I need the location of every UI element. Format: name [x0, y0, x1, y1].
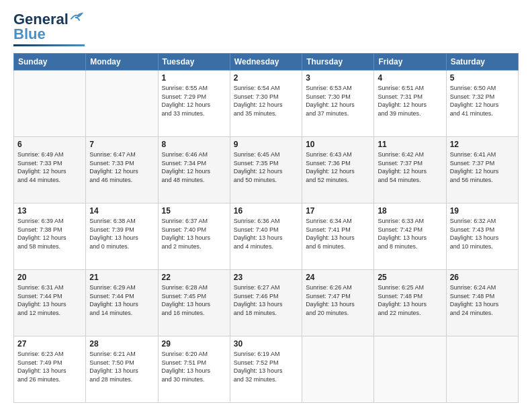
day-number: 26 [450, 273, 515, 282]
day-number: 25 [378, 273, 442, 282]
calendar-cell: 14Sunrise: 6:38 AM Sunset: 7:39 PM Dayli… [86, 203, 158, 270]
day-info: Sunrise: 6:21 AM Sunset: 7:50 PM Dayligh… [89, 350, 154, 383]
calendar-cell: 12Sunrise: 6:41 AM Sunset: 7:37 PM Dayli… [446, 137, 518, 203]
week-row-5: 27Sunrise: 6:23 AM Sunset: 7:49 PM Dayli… [14, 336, 519, 403]
calendar-cell [446, 336, 518, 403]
weekday-header-row: SundayMondayTuesdayWednesdayThursdayFrid… [14, 54, 519, 71]
weekday-header-tuesday: Tuesday [158, 54, 230, 71]
calendar-cell [86, 71, 158, 137]
day-number: 13 [17, 206, 82, 216]
day-info: Sunrise: 6:26 AM Sunset: 7:47 PM Dayligh… [306, 283, 370, 317]
calendar-cell: 22Sunrise: 6:28 AM Sunset: 7:45 PM Dayli… [158, 270, 230, 336]
day-number: 29 [162, 339, 226, 349]
day-number: 16 [234, 206, 298, 216]
day-number: 10 [306, 140, 370, 149]
day-number: 18 [378, 206, 442, 216]
day-number: 2 [234, 73, 298, 83]
week-row-4: 20Sunrise: 6:31 AM Sunset: 7:44 PM Dayli… [14, 270, 519, 336]
day-info: Sunrise: 6:43 AM Sunset: 7:36 PM Dayligh… [306, 150, 370, 184]
day-info: Sunrise: 6:34 AM Sunset: 7:41 PM Dayligh… [306, 217, 370, 250]
day-number: 21 [89, 273, 154, 282]
day-number: 17 [306, 206, 370, 216]
calendar-cell: 27Sunrise: 6:23 AM Sunset: 7:49 PM Dayli… [14, 336, 86, 403]
logo-underline [13, 44, 85, 46]
calendar-cell: 8Sunrise: 6:46 AM Sunset: 7:34 PM Daylig… [158, 137, 230, 203]
week-row-2: 6Sunrise: 6:49 AM Sunset: 7:33 PM Daylig… [14, 137, 519, 203]
day-info: Sunrise: 6:32 AM Sunset: 7:43 PM Dayligh… [450, 217, 515, 250]
day-info: Sunrise: 6:54 AM Sunset: 7:30 PM Dayligh… [234, 84, 298, 118]
day-info: Sunrise: 6:39 AM Sunset: 7:38 PM Dayligh… [17, 217, 82, 250]
day-number: 23 [234, 273, 298, 282]
calendar-cell: 17Sunrise: 6:34 AM Sunset: 7:41 PM Dayli… [302, 203, 374, 270]
day-number: 14 [89, 206, 154, 216]
logo-bird-icon [70, 12, 85, 24]
day-info: Sunrise: 6:51 AM Sunset: 7:31 PM Dayligh… [378, 84, 442, 118]
calendar-cell: 24Sunrise: 6:26 AM Sunset: 7:47 PM Dayli… [302, 270, 374, 336]
day-number: 9 [234, 140, 298, 149]
day-number: 6 [17, 140, 82, 149]
weekday-header-monday: Monday [86, 54, 158, 71]
day-info: Sunrise: 6:42 AM Sunset: 7:37 PM Dayligh… [378, 150, 442, 184]
day-info: Sunrise: 6:20 AM Sunset: 7:51 PM Dayligh… [162, 350, 226, 383]
day-info: Sunrise: 6:55 AM Sunset: 7:29 PM Dayligh… [162, 84, 226, 118]
calendar-page: General Blue SundayMondayTuesdayWednesda… [0, 0, 532, 411]
day-info: Sunrise: 6:50 AM Sunset: 7:32 PM Dayligh… [450, 84, 515, 118]
calendar-cell: 30Sunrise: 6:19 AM Sunset: 7:52 PM Dayli… [230, 336, 302, 403]
weekday-header-sunday: Sunday [14, 54, 86, 71]
day-number: 7 [89, 140, 154, 149]
day-number: 27 [17, 339, 82, 349]
day-number: 28 [89, 339, 154, 349]
calendar-cell: 3Sunrise: 6:53 AM Sunset: 7:30 PM Daylig… [302, 71, 374, 137]
calendar-cell [374, 336, 446, 403]
day-info: Sunrise: 6:45 AM Sunset: 7:35 PM Dayligh… [234, 150, 298, 184]
week-row-1: 1Sunrise: 6:55 AM Sunset: 7:29 PM Daylig… [14, 71, 519, 137]
day-info: Sunrise: 6:46 AM Sunset: 7:34 PM Dayligh… [162, 150, 226, 184]
calendar-cell: 11Sunrise: 6:42 AM Sunset: 7:37 PM Dayli… [374, 137, 446, 203]
calendar-cell: 19Sunrise: 6:32 AM Sunset: 7:43 PM Dayli… [446, 203, 518, 270]
day-number: 12 [450, 140, 515, 149]
calendar-cell [302, 336, 374, 403]
calendar-cell: 9Sunrise: 6:45 AM Sunset: 7:35 PM Daylig… [230, 137, 302, 203]
calendar-cell: 15Sunrise: 6:37 AM Sunset: 7:40 PM Dayli… [158, 203, 230, 270]
calendar-cell: 23Sunrise: 6:27 AM Sunset: 7:46 PM Dayli… [230, 270, 302, 336]
logo: General Blue [13, 11, 85, 46]
calendar-cell: 7Sunrise: 6:47 AM Sunset: 7:33 PM Daylig… [86, 137, 158, 203]
calendar-cell: 25Sunrise: 6:25 AM Sunset: 7:48 PM Dayli… [374, 270, 446, 336]
day-info: Sunrise: 6:23 AM Sunset: 7:49 PM Dayligh… [17, 350, 82, 383]
calendar-cell: 6Sunrise: 6:49 AM Sunset: 7:33 PM Daylig… [14, 137, 86, 203]
day-number: 4 [378, 73, 442, 83]
calendar-cell: 2Sunrise: 6:54 AM Sunset: 7:30 PM Daylig… [230, 71, 302, 137]
day-info: Sunrise: 6:19 AM Sunset: 7:52 PM Dayligh… [234, 350, 298, 383]
day-number: 1 [162, 73, 226, 83]
calendar-cell: 4Sunrise: 6:51 AM Sunset: 7:31 PM Daylig… [374, 71, 446, 137]
day-info: Sunrise: 6:49 AM Sunset: 7:33 PM Dayligh… [17, 150, 82, 184]
calendar-cell: 1Sunrise: 6:55 AM Sunset: 7:29 PM Daylig… [158, 71, 230, 137]
day-info: Sunrise: 6:27 AM Sunset: 7:46 PM Dayligh… [234, 283, 298, 317]
day-number: 20 [17, 273, 82, 282]
day-info: Sunrise: 6:37 AM Sunset: 7:40 PM Dayligh… [162, 217, 226, 250]
day-number: 19 [450, 206, 515, 216]
calendar-cell: 20Sunrise: 6:31 AM Sunset: 7:44 PM Dayli… [14, 270, 86, 336]
day-number: 11 [378, 140, 442, 149]
logo-blue: Blue [13, 26, 46, 43]
weekday-header-friday: Friday [374, 54, 446, 71]
week-row-3: 13Sunrise: 6:39 AM Sunset: 7:38 PM Dayli… [14, 203, 519, 270]
weekday-header-saturday: Saturday [446, 54, 518, 71]
day-number: 15 [162, 206, 226, 216]
weekday-header-thursday: Thursday [302, 54, 374, 71]
day-number: 8 [162, 140, 226, 149]
calendar-table: SundayMondayTuesdayWednesdayThursdayFrid… [13, 53, 519, 403]
day-info: Sunrise: 6:31 AM Sunset: 7:44 PM Dayligh… [17, 283, 82, 317]
day-info: Sunrise: 6:38 AM Sunset: 7:39 PM Dayligh… [89, 217, 154, 250]
day-info: Sunrise: 6:33 AM Sunset: 7:42 PM Dayligh… [378, 217, 442, 250]
day-info: Sunrise: 6:36 AM Sunset: 7:40 PM Dayligh… [234, 217, 298, 250]
calendar-cell: 10Sunrise: 6:43 AM Sunset: 7:36 PM Dayli… [302, 137, 374, 203]
day-number: 30 [234, 339, 298, 349]
calendar-cell: 5Sunrise: 6:50 AM Sunset: 7:32 PM Daylig… [446, 71, 518, 137]
calendar-cell: 21Sunrise: 6:29 AM Sunset: 7:44 PM Dayli… [86, 270, 158, 336]
weekday-header-wednesday: Wednesday [230, 54, 302, 71]
calendar-cell: 29Sunrise: 6:20 AM Sunset: 7:51 PM Dayli… [158, 336, 230, 403]
day-info: Sunrise: 6:24 AM Sunset: 7:48 PM Dayligh… [450, 283, 515, 317]
day-info: Sunrise: 6:47 AM Sunset: 7:33 PM Dayligh… [89, 150, 154, 184]
day-number: 24 [306, 273, 370, 282]
